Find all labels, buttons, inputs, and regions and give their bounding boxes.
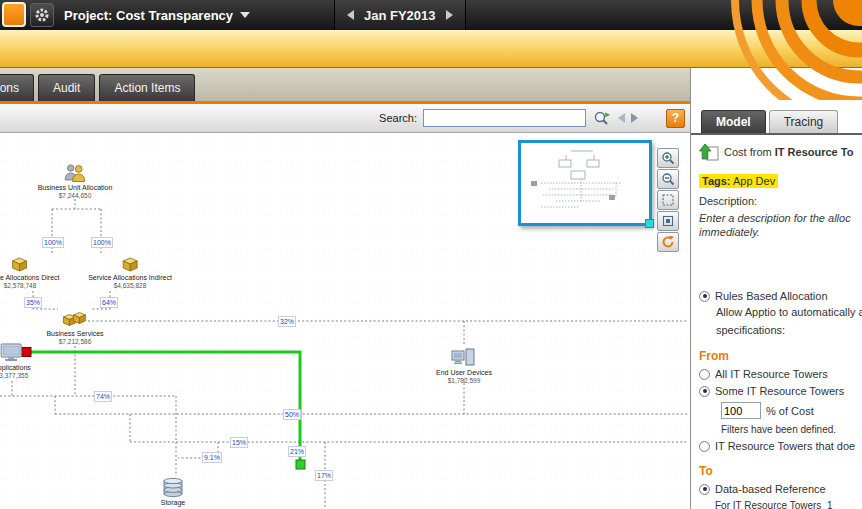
node-value: $3,377,355	[0, 372, 31, 380]
allocation-percent-label: 64%	[100, 297, 118, 308]
next-period-button[interactable]	[446, 10, 453, 20]
allocation-percent-label: 15%	[230, 437, 248, 448]
tab-audit[interactable]: Audit	[38, 74, 95, 101]
percent-of-cost-input[interactable]	[721, 402, 761, 419]
percent-of-cost-label: % of Cost	[766, 405, 814, 417]
node-value: $2,578,748	[0, 282, 59, 290]
app-root: Project: Cost Transparency Jan FY2013 io…	[0, 0, 862, 509]
computer-icon	[451, 347, 477, 368]
top-bar: Project: Cost Transparency Jan FY2013	[0, 0, 862, 30]
zoom-out-button[interactable]	[657, 169, 679, 189]
node-value: $1,782,599	[436, 377, 492, 385]
node-business-unit-allocation[interactable]: Business Unit Allocation $7,244,650	[38, 163, 113, 200]
search-toolbar: Search: ?	[0, 104, 690, 133]
node-service-allocations-direct[interactable]: Service Allocations Direct $2,578,748	[0, 255, 59, 290]
description-placeholder-line: immediately.	[699, 225, 862, 239]
allocation-title: Cost from IT Resource To	[724, 146, 853, 158]
canvas-toolbar	[657, 148, 679, 252]
allocation-percent-label: 100%	[91, 237, 113, 248]
allocation-percent-label: 74%	[94, 391, 112, 402]
tab-bar: ions Audit Action Items	[0, 68, 690, 101]
radio-button[interactable]	[699, 484, 710, 495]
refresh-icon	[661, 235, 675, 249]
diagram-canvas[interactable]: Business Unit Allocation $7,244,650 Serv…	[0, 133, 690, 509]
tab-tracing[interactable]: Tracing	[769, 110, 839, 133]
node-storage[interactable]: Storage	[160, 477, 186, 507]
people-icon	[62, 163, 88, 183]
cube-icon	[10, 255, 30, 273]
radio-label: Some IT Resource Towers	[715, 385, 844, 397]
project-label: Project: Cost Transparency	[64, 8, 233, 23]
node-label: Storage	[160, 499, 186, 507]
header-band	[0, 30, 862, 68]
radio-button[interactable]	[699, 441, 710, 452]
radio-label: All IT Resource Towers	[715, 368, 828, 380]
rules-based-allocation-option: Rules Based Allocation	[699, 290, 862, 302]
node-label: End User Devices	[436, 369, 492, 377]
zoom-out-icon	[661, 172, 675, 186]
tab-model[interactable]: Model	[701, 110, 766, 133]
description-input[interactable]: Enter a description for the alloc immedi…	[699, 211, 862, 239]
node-value: $7,212,586	[46, 338, 103, 346]
chevron-down-icon	[240, 12, 250, 18]
node-label: Applications	[0, 364, 31, 372]
from-section-header: From	[699, 349, 862, 363]
cost-source-icon	[699, 142, 719, 162]
towers-without-option: IT Resource Towers that doe	[699, 440, 862, 452]
allocation-percent-label: 35%	[24, 297, 42, 308]
previous-result-button[interactable]	[618, 113, 625, 123]
radio-button[interactable]	[699, 369, 710, 380]
allocation-percent-label: 17%	[315, 470, 333, 481]
help-button[interactable]: ?	[666, 109, 685, 128]
zoom-selection-icon	[661, 214, 675, 228]
radio-label: IT Resource Towers that doe	[715, 440, 855, 452]
allocation-percent-label: 9.1%	[202, 452, 222, 463]
node-applications[interactable]: Applications $3,377,355	[0, 343, 31, 380]
fit-to-window-icon	[661, 193, 675, 207]
data-based-reference-option: Data-based Reference	[699, 483, 862, 495]
zoom-in-button[interactable]	[657, 148, 679, 168]
panel-content: Cost from IT Resource To Tags: App Dev D…	[691, 135, 862, 509]
allocation-percent-label: 50%	[283, 409, 301, 420]
to-note: For IT Resource Towers_1	[715, 500, 862, 509]
cubes-icon	[61, 309, 89, 329]
percent-of-cost-row: % of Cost	[721, 402, 862, 419]
minimap[interactable]	[518, 140, 652, 226]
tab-ions[interactable]: ions	[0, 74, 34, 101]
app-icon[interactable]	[2, 2, 26, 27]
relayout-button[interactable]	[657, 232, 679, 252]
description-spacer	[699, 239, 862, 285]
to-section-header: To	[699, 464, 862, 478]
search-input[interactable]	[423, 109, 586, 127]
minimap-resize-handle[interactable]	[645, 219, 654, 228]
gear-icon	[34, 7, 50, 23]
radio-label: Data-based Reference	[715, 483, 826, 495]
radio-button[interactable]	[699, 386, 710, 397]
cube-icon	[120, 255, 140, 273]
fit-to-window-button[interactable]	[657, 190, 679, 210]
settings-button[interactable]	[30, 3, 54, 27]
radio-button[interactable]	[699, 291, 710, 302]
zoom-selection-button[interactable]	[657, 211, 679, 231]
node-end-user-devices[interactable]: End User Devices $1,782,599	[436, 347, 492, 385]
node-value: $7,244,650	[38, 192, 113, 200]
tags-row: Tags: App Dev	[699, 175, 862, 187]
description-placeholder-line: Enter a description for the alloc	[699, 211, 862, 225]
previous-period-button[interactable]	[347, 10, 354, 20]
period-label: Jan FY2013	[364, 8, 436, 23]
search-go-button[interactable]	[592, 109, 612, 127]
node-business-services[interactable]: Business Services $7,212,586	[46, 309, 103, 346]
allocation-percent-label: 21%	[288, 446, 306, 457]
node-label: Business Services	[46, 330, 103, 338]
panel-tab-bar: Model Tracing	[691, 110, 862, 135]
next-result-button[interactable]	[631, 113, 638, 123]
radio-label: Rules Based Allocation	[715, 290, 828, 302]
node-service-allocations-indirect[interactable]: Service Allocations Indirect $4,635,828	[88, 255, 172, 290]
tags-highlight: Tags: App Dev	[699, 174, 778, 188]
search-icon	[593, 110, 611, 127]
filters-note: Filters have been defined.	[721, 424, 862, 435]
tab-action-items[interactable]: Action Items	[99, 74, 195, 101]
node-label: Service Allocations Direct	[0, 274, 59, 282]
project-selector[interactable]: Project: Cost Transparency	[64, 0, 250, 30]
allocation-help-text: Allow Apptio to automatically a specific…	[716, 306, 862, 337]
